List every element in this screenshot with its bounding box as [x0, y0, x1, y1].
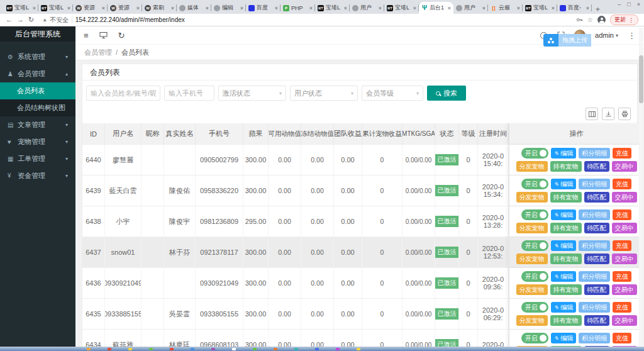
taskbar-app-icon[interactable]	[336, 348, 340, 350]
tab-close-icon[interactable]: ×	[33, 5, 36, 11]
match-button[interactable]: 待匹配	[584, 315, 609, 326]
tab-close-icon[interactable]: ×	[586, 5, 589, 11]
match-button[interactable]: 待匹配	[584, 284, 609, 295]
detail-button[interactable]: 积分明细	[579, 179, 610, 189]
browser-tab[interactable]: W索刷×	[142, 2, 177, 14]
minimize-icon[interactable]: –	[618, 1, 621, 8]
trading-button[interactable]: 交易中	[612, 161, 637, 172]
export-icon[interactable]	[602, 108, 614, 120]
refresh-icon[interactable]: ↻	[118, 31, 125, 40]
taskbar-app-icon[interactable]	[232, 348, 236, 350]
tab-close-icon[interactable]: ×	[448, 5, 451, 11]
detail-button[interactable]: 积分明细	[579, 148, 610, 159]
trading-button[interactable]: 交易中	[612, 254, 637, 264]
detail-button[interactable]: 积分明细	[579, 209, 610, 220]
dispatch-button[interactable]: 分发宠物	[516, 192, 548, 203]
tab-close-icon[interactable]: ×	[413, 5, 416, 11]
hold-button[interactable]: 持有宠物	[550, 192, 582, 203]
tab-close-icon[interactable]: ×	[67, 5, 70, 11]
recharge-button[interactable]: 充值	[613, 240, 631, 251]
browser-profile-icon[interactable]	[597, 16, 606, 24]
browser-tab[interactable]: 用户×	[453, 2, 488, 14]
tab-close-icon[interactable]: ×	[517, 5, 520, 11]
switch-button[interactable]: 开启	[521, 333, 548, 343]
address-bar[interactable]: ▲ 不安全 | 154.222.22.240/admin/#/member/in…	[38, 15, 572, 25]
taskbar-app-icon[interactable]	[191, 348, 194, 350]
member-name-input[interactable]	[86, 86, 160, 101]
tab-close-icon[interactable]: ×	[171, 5, 174, 11]
tab-close-icon[interactable]: ×	[344, 5, 347, 11]
detail-button[interactable]: 积分明细	[579, 302, 610, 313]
taskbar-app-icon[interactable]	[149, 348, 153, 350]
search-button[interactable]: 搜索	[427, 86, 466, 101]
edit-button[interactable]: ✎编辑	[551, 302, 577, 313]
detail-button[interactable]: 积分明细	[579, 271, 610, 282]
taskbar-app-icon[interactable]	[211, 348, 215, 350]
taskbar-app-icon[interactable]	[128, 348, 132, 350]
match-button[interactable]: 待匹配	[584, 223, 609, 233]
browser-tab[interactable]: BT宝塔L×	[384, 2, 419, 14]
edit-button[interactable]: ✎编辑	[551, 148, 577, 159]
recharge-button[interactable]: 充值	[613, 148, 631, 159]
trading-button[interactable]: 交易中	[612, 315, 637, 326]
taskbar-app-icon[interactable]	[108, 348, 111, 350]
bookmark-star-icon[interactable]: ☆	[587, 16, 593, 23]
tab-close-icon[interactable]: ×	[309, 5, 313, 11]
sidebar-subitem[interactable]: 会员结构树状图	[0, 99, 75, 116]
browser-tab[interactable]: BT宝塔L×	[315, 2, 350, 14]
edit-button[interactable]: ✎编辑	[551, 333, 577, 343]
admin-menu[interactable]: admin ▾	[595, 31, 618, 39]
browser-tab[interactable]: Ψ后台1×	[419, 2, 453, 14]
print-icon[interactable]	[618, 108, 631, 120]
browser-tab[interactable]: W资源×	[73, 2, 108, 14]
scrollbar[interactable]	[639, 28, 643, 346]
taskbar-app-icon[interactable]	[315, 348, 319, 350]
hold-button[interactable]: 持有宠物	[550, 223, 582, 233]
user-status-select[interactable]: 用户状态▾	[290, 86, 358, 101]
browser-tab[interactable]: 媒体×	[177, 2, 211, 14]
restore-icon[interactable]: □	[627, 1, 630, 8]
dispatch-button[interactable]: 分发宠物	[516, 254, 548, 264]
scrollbar-thumb[interactable]	[639, 55, 643, 103]
browser-tab[interactable]: BT宝塔L×	[523, 2, 557, 14]
tab-close-icon[interactable]: ×	[102, 5, 105, 11]
breadcrumb-parent[interactable]: 会员管理	[84, 48, 112, 57]
browser-tab[interactable]: []云服×	[488, 2, 523, 14]
tab-close-icon[interactable]: ×	[240, 5, 243, 11]
sidebar-subitem[interactable]: 会员列表	[0, 82, 75, 99]
trading-button[interactable]: 交易中	[612, 192, 637, 203]
sidebar-item-3[interactable]: ♥宠物管理▾	[0, 133, 75, 150]
tab-close-icon[interactable]: ×	[552, 5, 555, 11]
update-button[interactable]: 更新 ⋮	[610, 14, 638, 25]
dispatch-button[interactable]: 分发宠物	[516, 223, 548, 233]
hold-button[interactable]: 持有宠物	[550, 254, 582, 264]
taskbar-app-icon[interactable]	[357, 348, 360, 350]
sidebar-item-0[interactable]: ⚙系统管理▾	[0, 48, 75, 65]
browser-tab[interactable]: BT宝塔L×	[4, 2, 38, 14]
browser-tab[interactable]: 百度×	[246, 2, 280, 14]
browser-tab[interactable]: W资源×	[108, 2, 142, 14]
back-icon[interactable]: ←	[6, 16, 13, 23]
recharge-button[interactable]: 充值	[613, 302, 631, 313]
tab-close-icon[interactable]: ×	[206, 5, 209, 11]
browser-tab[interactable]: 编辑×	[211, 2, 246, 14]
trading-button[interactable]: 交易中	[612, 223, 637, 233]
new-tab-button[interactable]: +	[596, 5, 600, 14]
edit-button[interactable]: ✎编辑	[551, 240, 577, 251]
browser-tab[interactable]: PPHP×	[280, 2, 315, 14]
taskbar-app-icon[interactable]	[274, 348, 277, 350]
key-icon[interactable]	[576, 14, 583, 26]
edit-button[interactable]: ✎编辑	[551, 271, 577, 282]
close-icon[interactable]: ×	[637, 1, 640, 8]
tab-close-icon[interactable]: ×	[482, 5, 486, 11]
taskbar-app-icon[interactable]	[294, 348, 298, 350]
browser-tab[interactable]: BT宝塔L×	[38, 2, 73, 14]
recharge-button[interactable]: 充值	[613, 333, 631, 343]
tab-close-icon[interactable]: ×	[136, 5, 140, 11]
match-button[interactable]: 待匹配	[584, 192, 609, 203]
dispatch-button[interactable]: 分发宠物	[516, 161, 548, 172]
recharge-button[interactable]: 充值	[613, 209, 631, 220]
collapse-sidebar-icon[interactable]: ≡	[84, 31, 89, 40]
hold-button[interactable]: 持有宠物	[550, 315, 582, 326]
recharge-button[interactable]: 充值	[613, 179, 631, 189]
